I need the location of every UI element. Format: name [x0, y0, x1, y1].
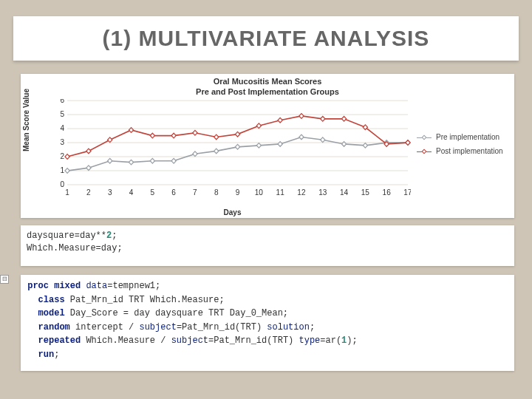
svg-text:1: 1 — [60, 166, 64, 174]
code2-l4-c: ; — [310, 322, 315, 332]
svg-text:4: 4 — [60, 124, 64, 132]
chart-title-line1: Oral Mucositis Mean Scores — [214, 77, 322, 86]
legend-item-post: Post implementation — [417, 147, 510, 155]
svg-text:11: 11 — [276, 188, 284, 197]
code2-l5-d: ); — [347, 335, 357, 346]
svg-rect-48 — [65, 154, 69, 160]
svg-text:14: 14 — [340, 188, 348, 197]
svg-rect-54 — [193, 130, 197, 135]
kw-proc-mixed: proc mixed — [27, 281, 86, 291]
kw-random: random — [38, 322, 70, 332]
code2-l5-a: Which.Measure / — [81, 335, 171, 346]
svg-text:3: 3 — [108, 188, 112, 197]
svg-rect-49 — [86, 149, 91, 154]
svg-rect-44 — [341, 142, 346, 147]
svg-text:15: 15 — [361, 188, 369, 197]
kw-repeated: repeated — [38, 335, 81, 346]
svg-text:0: 0 — [60, 180, 64, 188]
collapse-toggle-icon[interactable]: ⊟ — [0, 275, 9, 284]
legend-swatch-pre — [417, 134, 432, 141]
svg-rect-38 — [214, 149, 219, 154]
svg-rect-40 — [256, 143, 261, 149]
code2-l4-b: =Pat_Mrn_id(TRT) — [177, 322, 267, 332]
chart-title-line2: Pre and Post Implementation Groups — [196, 87, 339, 96]
opt-subject2: subject — [171, 335, 208, 346]
svg-rect-55 — [214, 134, 219, 140]
svg-text:2: 2 — [86, 188, 91, 197]
svg-rect-57 — [256, 123, 261, 129]
code2-l5-c: =ar( — [320, 335, 341, 346]
svg-text:5: 5 — [151, 188, 155, 197]
code2-l5-b: =Pat_Mrn_id(TRT) — [208, 335, 299, 346]
code-block-2: proc mixed data=tempnew1; class Pat_Mrn_… — [21, 275, 514, 371]
legend-label-post: Post implementation — [436, 147, 503, 155]
chart-container: Oral Mucositis Mean Scores Pre and Post … — [21, 74, 514, 218]
svg-text:6: 6 — [171, 188, 176, 197]
svg-text:1: 1 — [65, 188, 69, 197]
code1-line2: Which.Measure=day; — [27, 243, 123, 253]
chart-title: Oral Mucositis Mean Scores Pre and Post … — [21, 74, 514, 98]
code1-line1-c: ; — [112, 231, 117, 241]
svg-rect-50 — [108, 137, 112, 143]
legend-label-pre: Pre implementation — [436, 133, 499, 141]
x-axis-label: Days — [54, 208, 411, 216]
svg-rect-42 — [299, 134, 304, 140]
code2-l6-rest: ; — [54, 349, 59, 360]
code1-line1-a: daysquare=day** — [27, 231, 106, 241]
svg-rect-59 — [299, 114, 304, 119]
opt-data: data — [86, 281, 107, 291]
svg-text:16: 16 — [383, 188, 391, 197]
svg-rect-32 — [86, 166, 91, 171]
legend: Pre implementation Post implementation — [417, 133, 510, 161]
svg-rect-35 — [150, 158, 154, 163]
kw-model: model — [38, 308, 65, 318]
svg-text:3: 3 — [60, 138, 64, 146]
svg-rect-51 — [129, 128, 133, 133]
code2-l4-a: intercept / — [70, 322, 140, 332]
opt-subject1: subject — [139, 322, 176, 332]
svg-rect-33 — [108, 158, 112, 163]
chart-plot-area: 01234561234567891011121314151617 — [54, 99, 411, 197]
svg-rect-64 — [406, 140, 410, 146]
svg-rect-31 — [65, 168, 69, 174]
page-title: (1) MULTIVARIATE ANALYSIS — [103, 26, 430, 51]
svg-rect-45 — [363, 143, 367, 149]
chart-svg: 01234561234567891011121314151617 — [54, 99, 411, 197]
svg-rect-52 — [150, 133, 154, 138]
legend-item-pre: Pre implementation — [417, 133, 510, 141]
svg-text:10: 10 — [255, 188, 263, 197]
code2-l2-rest: Pat_Mrn_id TRT Which.Measure; — [65, 295, 225, 305]
title-band: (1) MULTIVARIATE ANALYSIS — [13, 16, 519, 61]
svg-text:7: 7 — [193, 188, 197, 197]
code-block-1: daysquare=day**2; Which.Measure=day; — [21, 225, 514, 266]
opt-solution: solution — [267, 322, 310, 332]
svg-text:12: 12 — [297, 188, 305, 197]
y-axis-label: Mean Score Value — [22, 141, 30, 151]
kw-class: class — [38, 295, 65, 305]
svg-text:13: 13 — [318, 188, 327, 197]
svg-rect-60 — [321, 116, 325, 121]
svg-rect-36 — [171, 158, 176, 163]
svg-text:8: 8 — [214, 188, 219, 197]
svg-text:2: 2 — [60, 152, 64, 160]
svg-rect-39 — [235, 144, 239, 149]
svg-text:6: 6 — [60, 99, 64, 104]
svg-rect-56 — [235, 132, 239, 137]
svg-rect-61 — [341, 116, 346, 121]
svg-text:9: 9 — [236, 188, 240, 197]
svg-rect-58 — [278, 117, 282, 123]
svg-rect-53 — [171, 133, 176, 138]
svg-text:5: 5 — [60, 110, 64, 118]
svg-text:17: 17 — [403, 188, 411, 197]
svg-rect-37 — [193, 151, 197, 157]
slide: (1) MULTIVARIATE ANALYSIS Oral Mucositis… — [0, 0, 532, 399]
code2-l3-rest: Day_Score = day daysquare TRT Day_0_Mean… — [65, 308, 288, 318]
opt-type: type — [299, 335, 320, 346]
svg-text:4: 4 — [129, 188, 134, 197]
code2-l1-rest: =tempnew1; — [107, 281, 160, 291]
svg-rect-41 — [278, 142, 282, 147]
svg-rect-43 — [321, 137, 325, 143]
kw-run: run — [38, 349, 55, 360]
legend-swatch-post — [417, 148, 432, 155]
svg-rect-34 — [129, 160, 133, 165]
